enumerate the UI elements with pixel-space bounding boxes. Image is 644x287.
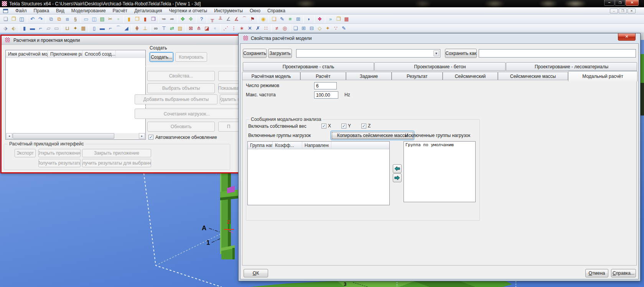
analysis-models-list[interactable]: Имя расчётной моделиПриложение рас...Спо… <box>5 50 146 140</box>
bent-bar-icon[interactable]: ⌐ <box>106 25 114 32</box>
remove-selected-button[interactable]: Удалить в <box>220 94 239 104</box>
slab-icon[interactable]: ▱ <box>44 25 53 32</box>
bar-icon[interactable]: ▬ <box>98 25 106 32</box>
bolt-array-icon[interactable]: ⋔ <box>195 25 203 32</box>
save-as-input[interactable] <box>479 49 636 58</box>
view-list-icon[interactable]: ▤ <box>98 15 106 23</box>
mdi-restore-button[interactable] <box>619 8 627 13</box>
properties-button[interactable]: Свойства... <box>147 71 215 81</box>
profile-combo[interactable] <box>296 49 440 58</box>
menu-item[interactable]: Вид <box>53 7 68 14</box>
menu-item[interactable]: Расчёт <box>109 7 131 14</box>
grab-icon[interactable]: ✦ <box>324 25 332 32</box>
beam-icon[interactable]: ▬ <box>28 25 36 32</box>
panel-icon[interactable]: ▭ <box>53 25 61 32</box>
part-red-icon[interactable]: ▮ <box>141 15 149 23</box>
new-view-icon[interactable]: ▭ <box>82 15 90 23</box>
hidden-button[interactable] <box>218 71 239 81</box>
column-header[interactable] <box>329 142 331 149</box>
snap-green-icon[interactable]: ✥ <box>179 15 187 23</box>
update-selected-button[interactable]: П <box>218 122 239 132</box>
menu-item[interactable]: Инструменты <box>211 7 246 14</box>
column-header[interactable]: Группа нагрузок <box>248 142 273 149</box>
area-icon[interactable]: ◪ <box>203 25 211 32</box>
load-button[interactable]: Загрузить <box>268 49 292 58</box>
workplane-icon[interactable]: ◇ <box>316 25 324 32</box>
flat-bar-icon[interactable]: ◢ <box>122 25 130 32</box>
open-file-icon[interactable]: ❐ <box>10 15 18 23</box>
analysis-models-dialog-titlebar[interactable]: Расчетная и проектная модели <box>2 36 239 45</box>
anchor-icon[interactable]: ⊥ <box>141 25 149 32</box>
analysis-tab[interactable]: Расчёт <box>300 72 346 81</box>
show-button[interactable]: Показыва <box>218 83 239 93</box>
open-model-icon[interactable]: ❐ <box>334 15 343 23</box>
chevron-down-icon[interactable] <box>433 50 439 56</box>
column-icon[interactable]: ▮ <box>20 25 28 32</box>
analysis-tab[interactable]: Задание <box>346 72 392 81</box>
grid-line-icon[interactable]: ╨ <box>216 15 224 23</box>
move-right-button[interactable] <box>393 173 402 182</box>
surface-icon[interactable]: ▧ <box>176 25 184 32</box>
cancel-button[interactable]: Отмена <box>585 269 608 277</box>
next-arrow-icon[interactable]: ➦ <box>168 15 176 23</box>
scrollbar-thumb[interactable] <box>13 133 114 139</box>
update-button[interactable]: Обновить <box>147 122 215 132</box>
menu-item[interactable]: Моделирование <box>68 7 109 14</box>
copy-icon[interactable]: ⧉ <box>47 15 55 23</box>
analysis-tab[interactable]: Сейсмические массы <box>498 72 568 81</box>
flag-icon[interactable]: ⚑ <box>249 15 257 23</box>
pen-icon[interactable]: ✎ <box>340 25 348 32</box>
menu-item[interactable]: Детализация <box>131 7 165 14</box>
add-selected-objects-button[interactable]: Добавить выбранные объекты <box>135 94 217 104</box>
bolt-icon[interactable]: ⊠ <box>187 25 195 32</box>
auto-update-checkbox[interactable] <box>148 135 153 140</box>
column-header[interactable]: Направлени... <box>302 142 329 149</box>
redo-icon[interactable]: ↷ <box>36 15 44 23</box>
copy-button[interactable]: Копировать <box>175 52 207 62</box>
dialog-close-button[interactable]: ✕ <box>618 33 636 41</box>
grid-icon[interactable]: ╥ <box>208 15 216 23</box>
swap-arrows-icon[interactable]: ⇄ <box>168 25 176 32</box>
marquee-icon[interactable]: ▫ <box>114 15 122 23</box>
pin-icon[interactable]: ◉ <box>259 15 267 23</box>
screen-icon[interactable]: ▦ <box>343 15 351 23</box>
arc-icon[interactable]: ⌒ <box>240 15 249 23</box>
parts-orange-icon[interactable]: ❒ <box>133 15 141 23</box>
design-tab[interactable]: Проектирование - бетон <box>374 62 506 71</box>
layers-icon[interactable]: ❑ <box>270 15 278 23</box>
new-file-icon[interactable]: ❏ <box>2 15 10 23</box>
mdi-minimize-button[interactable] <box>610 8 618 13</box>
analysis-tab[interactable]: Модальный расчёт <box>568 71 637 81</box>
design-tab[interactable]: Проектирование - лесоматериалы <box>506 62 637 71</box>
column-header[interactable]: Коэфф... <box>273 142 302 149</box>
load-combinations-button[interactable]: Сочетания нагрузок... <box>135 109 239 119</box>
analysis-tab[interactable]: Расчётная модель <box>242 72 300 81</box>
analysis-tab[interactable]: Результат <box>392 72 443 81</box>
points-icon[interactable]: ⋮ <box>230 25 238 32</box>
mesh-icon[interactable]: ▦ <box>79 25 87 32</box>
close-button[interactable] <box>626 0 639 6</box>
maximize-button[interactable] <box>615 0 625 6</box>
point-x-icon[interactable]: ✗ <box>254 25 262 32</box>
view-properties-icon[interactable]: ◫ <box>90 15 98 23</box>
save-as-button[interactable]: Сохранить как <box>445 49 477 58</box>
select-area-icon[interactable]: ▫ <box>211 25 219 32</box>
open-application-button[interactable]: Открыть приложение <box>38 149 81 157</box>
cut-icon[interactable]: ✂ <box>106 15 114 23</box>
copy-special-icon[interactable]: ⧉ <box>55 15 63 23</box>
max-frequency-input[interactable] <box>314 91 338 99</box>
export-button[interactable]: Экспорт <box>15 149 36 157</box>
measure-icon[interactable]: ∠ <box>224 15 232 23</box>
axis-checkbox-checked[interactable] <box>321 124 326 129</box>
point-line-icon[interactable]: ∗ <box>238 25 246 32</box>
menu-item[interactable]: Файл <box>12 7 30 14</box>
rebar-icon[interactable]: ⋕ <box>133 25 141 32</box>
paste-icon[interactable]: ⧈ <box>63 15 71 23</box>
chevrons-icon[interactable]: » <box>326 15 334 23</box>
item-blue-icon[interactable]: ▯ <box>90 25 98 32</box>
solid-box2-icon[interactable]: ⬖ <box>10 25 18 32</box>
create-button[interactable]: Создать... <box>150 52 173 62</box>
comment-icon[interactable]: ◗ <box>305 15 313 23</box>
save-button[interactable]: Сохранить <box>243 49 267 58</box>
column-header[interactable]: Способ созд... <box>82 50 116 58</box>
